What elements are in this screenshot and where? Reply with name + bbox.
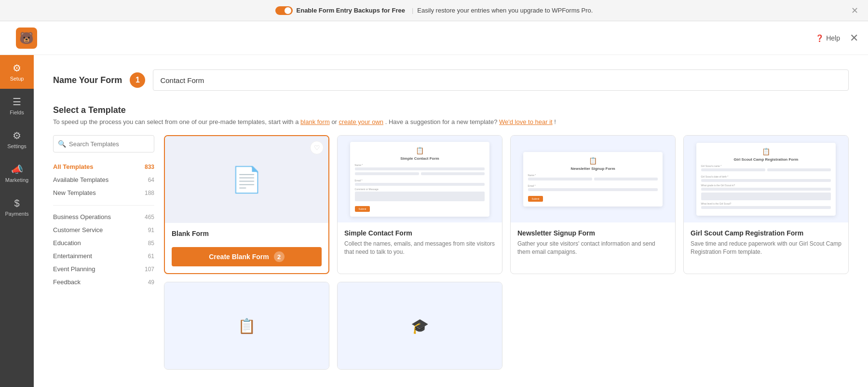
blank-file-icon: 📄: [231, 165, 262, 194]
filter-available-label: Available Templates: [53, 176, 108, 183]
template-card-newsletter[interactable]: 📋 Newsletter Signup Form Name * Email * …: [510, 135, 676, 274]
newsletter-card-info: Newsletter Signup Form Gather your site …: [511, 222, 675, 263]
template-grid-row2: 📋 🎓: [164, 282, 849, 370]
notif-toggle-label: Enable Form Entry Backups for Free: [297, 7, 405, 14]
notif-message: Easily restore your entries when you upg…: [417, 7, 593, 14]
newsletter-preview-title: Newsletter Signup Form: [528, 166, 658, 171]
help-button[interactable]: ❓ Help: [815, 34, 840, 42]
filter-event-planning[interactable]: Event Planning 107: [53, 263, 154, 276]
sidebar-item-setup[interactable]: ⚙ Setup: [0, 55, 34, 89]
logo-icon: 🐻: [16, 28, 37, 49]
sidebar-payments-label: Payments: [5, 211, 29, 217]
close-button[interactable]: ✕: [850, 32, 858, 44]
create-blank-button[interactable]: Create Blank Form 2: [172, 247, 322, 266]
favorite-blank-button[interactable]: ♡: [310, 141, 324, 154]
form-name-section: Name Your Form 1: [53, 69, 849, 91]
filter-all-label: All Templates: [53, 163, 94, 170]
sidebar-fields-label: Fields: [10, 110, 24, 115]
template-body: 🔍 All Templates 833 Available Templates …: [53, 135, 849, 370]
form-name-input[interactable]: [153, 69, 849, 91]
blank-card-preview: 📄 ♡: [165, 136, 328, 223]
header: 🐻 ❓ Help ✕: [0, 21, 868, 55]
help-label: Help: [826, 34, 840, 42]
template-grid: 📄 ♡ Blank Form Create Blank Form 2: [164, 135, 849, 274]
sidebar-marketing-label: Marketing: [5, 177, 28, 183]
filter-available-count: 64: [148, 177, 154, 183]
girl-scout-preview-title: Girl Scout Camp Registration Form: [701, 157, 831, 162]
girl-scout-card-info: Girl Scout Camp Registration Form Save t…: [684, 222, 848, 263]
filter-education[interactable]: Education 85: [53, 236, 154, 249]
template-section-title: Select a Template: [53, 105, 849, 115]
notification-bar: Enable Form Entry Backups for Free | Eas…: [0, 0, 868, 21]
filter-customer-service[interactable]: Customer Service 91: [53, 223, 154, 236]
newsletter-card-name: Newsletter Signup Form: [517, 229, 668, 237]
simple-contact-preview: 📋 Simple Contact Form Name * Email *: [338, 136, 502, 222]
notif-close-button[interactable]: ✕: [851, 5, 858, 16]
create-own-link[interactable]: create your own: [339, 118, 384, 125]
girl-scout-preview: 📋 Girl Scout Camp Registration Form Girl…: [684, 136, 848, 222]
fields-icon: ☰: [13, 96, 21, 108]
newsletter-preview: 📋 Newsletter Signup Form Name * Email * …: [511, 136, 675, 222]
form-name-label: Name Your Form: [53, 75, 122, 85]
header-right: ❓ Help ✕: [815, 32, 858, 44]
template-card-simple-contact[interactable]: 📋 Simple Contact Form Name * Email *: [337, 135, 502, 274]
newsletter-card-desc: Gather your site visitors' contact infor…: [517, 240, 668, 256]
filter-all-templates[interactable]: All Templates 833: [53, 160, 154, 173]
template-card-placeholder-1[interactable]: 📋: [164, 282, 329, 370]
hear-link[interactable]: We'd love to hear it: [499, 118, 553, 125]
placeholder-2-preview: 🎓: [338, 282, 502, 369]
search-input[interactable]: [53, 135, 154, 152]
step-2-badge: 2: [274, 251, 285, 262]
template-card-placeholder-2[interactable]: 🎓: [337, 282, 502, 370]
filter-divider: [53, 205, 154, 206]
simple-contact-card-name: Simple Contact Form: [344, 229, 495, 237]
filter-sidebar: 🔍 All Templates 833 Available Templates …: [53, 135, 154, 370]
blank-form-link[interactable]: blank form: [300, 118, 330, 125]
help-circle-icon: ❓: [815, 34, 824, 42]
filter-feedback[interactable]: Feedback 49: [53, 276, 154, 289]
girl-scout-preview-img: 📋 Girl Scout Camp Registration Form Girl…: [696, 143, 836, 216]
filter-new-templates[interactable]: New Templates 188: [53, 186, 154, 199]
girl-scout-card-desc: Save time and reduce paperwork with our …: [691, 240, 841, 256]
backup-toggle[interactable]: [275, 6, 293, 15]
settings-icon: ⚙: [13, 130, 21, 141]
placeholder-1-preview: 📋: [164, 282, 329, 369]
filter-new-label: New Templates: [53, 189, 96, 196]
logo-area: 🐻: [10, 28, 43, 49]
newsletter-preview-img: 📋 Newsletter Signup Form Name * Email * …: [523, 152, 663, 207]
main-layout: ⚙ Setup ☰ Fields ⚙ Settings 📣 Marketing …: [0, 55, 868, 387]
search-icon: 🔍: [58, 140, 66, 148]
filter-group-main: All Templates 833 Available Templates 64…: [53, 160, 154, 199]
template-card-blank[interactable]: 📄 ♡ Blank Form Create Blank Form 2: [164, 135, 329, 274]
sidebar-item-payments[interactable]: $ Payments: [0, 190, 34, 224]
filter-business-operations[interactable]: Business Operations 465: [53, 210, 154, 223]
step-1-badge: 1: [130, 72, 145, 88]
content-area: Name Your Form 1 Select a Template To sp…: [34, 55, 868, 387]
marketing-icon: 📣: [11, 164, 23, 175]
payments-icon: $: [14, 198, 19, 209]
filter-entertainment[interactable]: Entertainment 61: [53, 249, 154, 263]
sidebar-item-settings[interactable]: ⚙ Settings: [0, 123, 34, 156]
blank-card-name: Blank Form: [172, 230, 322, 237]
sidebar-setup-label: Setup: [10, 76, 24, 82]
sidebar-item-marketing[interactable]: 📣 Marketing: [0, 156, 34, 190]
girl-scout-card-name: Girl Scout Camp Registration Form: [691, 229, 841, 237]
simple-contact-card-desc: Collect the names, emails, and messages …: [344, 240, 495, 256]
filter-available-templates[interactable]: Available Templates 64: [53, 173, 154, 186]
blank-card-info: Blank Form: [165, 223, 328, 247]
sidebar-settings-label: Settings: [7, 143, 27, 149]
filter-group-categories: Business Operations 465 Customer Service…: [53, 210, 154, 289]
placeholder-2-icon: 🎓: [411, 318, 429, 334]
template-grid-wrap: 📄 ♡ Blank Form Create Blank Form 2: [164, 135, 849, 370]
setup-icon: ⚙: [13, 62, 21, 74]
filter-new-count: 188: [145, 190, 154, 196]
create-blank-label: Create Blank Form: [209, 253, 269, 261]
simple-contact-preview-title: Simple Contact Form: [355, 156, 485, 161]
notif-separator: |: [412, 7, 413, 14]
placeholder-1-icon: 📋: [238, 318, 256, 334]
search-wrap: 🔍: [53, 135, 154, 152]
simple-contact-card-info: Simple Contact Form Collect the names, e…: [338, 222, 502, 263]
filter-all-count: 833: [145, 164, 154, 170]
sidebar-item-fields[interactable]: ☰ Fields: [0, 89, 34, 123]
template-card-girl-scout[interactable]: 📋 Girl Scout Camp Registration Form Girl…: [683, 135, 849, 274]
